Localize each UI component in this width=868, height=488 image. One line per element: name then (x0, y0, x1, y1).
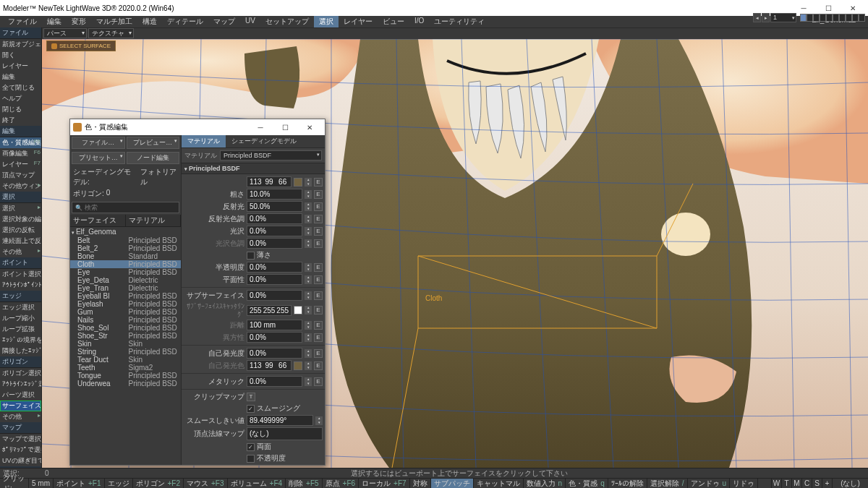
envelope-btn[interactable]: E (314, 321, 323, 330)
sidebar-item-開く[interactable]: 開く (0, 50, 41, 61)
envelope-btn[interactable]: E (314, 202, 323, 211)
vmap-btn-W[interactable]: W (771, 479, 781, 489)
vmap-dropdown[interactable]: (なし) (832, 479, 868, 489)
prop-val-半透明度[interactable]: 0.0% (247, 262, 302, 273)
envelope-btn[interactable]: E (314, 263, 323, 272)
sidebar-item-編集[interactable]: 編集 (0, 72, 41, 82)
menu-I/O[interactable]: I/O (409, 16, 429, 27)
vmap-btn-C[interactable]: C (801, 479, 812, 489)
prop-val-距離[interactable]: 100 mm (247, 320, 302, 330)
surface-item-Eye[interactable]: EyePrincipled BSD (70, 268, 181, 276)
sidebar-item-ポイント選択[interactable]: ポイント選択 (0, 269, 41, 280)
bottom-アンドゥ[interactable]: アンドゥu (688, 479, 731, 488)
surface-item-Tongue[interactable]: TonguePrincipled BSD (70, 372, 181, 380)
bottom-色・質感[interactable]: 色・質感q (566, 479, 608, 488)
material-section-header[interactable]: Principled BSDF (182, 163, 325, 174)
envelope-btn[interactable]: E (314, 275, 323, 284)
prop-val-自己発光度[interactable]: 0.0% (247, 348, 302, 359)
menu-編集[interactable]: 編集 (42, 16, 67, 27)
surface-item-Skin[interactable]: SkinSkin (70, 340, 181, 348)
swatch-ｻﾌﾞｻｰﾌｪｲｽｽｷｬｯﾀﾘﾝｸﾞ[interactable] (294, 306, 302, 314)
sidebar-item-ヘルプ[interactable]: ヘルプ (0, 93, 41, 104)
surface-item-String[interactable]: StringPrincipled BSD (70, 348, 181, 356)
surface-editor-close[interactable]: ✕ (297, 119, 322, 135)
sidebar-item-マップで選択[interactable]: マップで選択 (0, 434, 41, 445)
sidebar-item-エッジ選択[interactable]: エッジ選択 (0, 302, 41, 313)
envelope-btn[interactable]: E (314, 361, 323, 370)
sidebar-item-パーツ選択[interactable]: パーツ選択 (0, 390, 41, 401)
spinner[interactable]: ▴▾ (305, 349, 312, 358)
sidebar-item-選択対象の編集[interactable]: 選択対象の編集 (0, 214, 41, 225)
surface-item-Shoe_Sol[interactable]: Shoe_SolPrincipled BSD (70, 324, 181, 332)
layer-bank-display[interactable]: 1 (770, 13, 796, 22)
spinner[interactable]: ▴▾ (315, 416, 323, 425)
sidebar-item-新規オブジェクト[interactable]: 新規オブジェクト (0, 39, 41, 50)
envelope-btn[interactable]: E (314, 239, 323, 248)
sidebar-item-終了[interactable]: 終了 (0, 115, 41, 126)
prop-btn-クリップマップ[interactable]: T (247, 393, 255, 401)
spinner[interactable]: ▴▾ (305, 333, 312, 342)
prop-val-スムースしきい値[interactable]: 89.499999° (247, 415, 313, 426)
spinner[interactable]: ▴▾ (305, 215, 312, 223)
spinner[interactable]: ▴▾ (305, 361, 312, 370)
prop-val-反射光色調[interactable]: 0.0% (247, 213, 302, 224)
vmap-btn-+[interactable]: + (822, 479, 832, 489)
surface-editor-titlebar[interactable]: 色・質感編集 ─ ☐ ✕ (70, 119, 325, 135)
surface-item-Gum[interactable]: GumPrincipled BSD (70, 308, 181, 316)
swatch-[interactable] (294, 178, 302, 187)
surface-item-Bone[interactable]: BoneStandard (70, 252, 181, 260)
bottom-ポリゴン[interactable]: ポリゴン+F2 (133, 479, 184, 488)
prop-dd-頂点法線マップ[interactable]: (なし) (247, 427, 323, 440)
surface-item-Eyelash[interactable]: EyelashPrincipled BSD (70, 300, 181, 308)
bottom-原点[interactable]: 原点+F6 (323, 479, 359, 488)
menu-レイヤー[interactable]: レイヤー (339, 16, 378, 27)
envelope-btn[interactable]: E (314, 178, 323, 187)
sidebar-item-全て閉じる[interactable]: 全て閉じる (0, 82, 41, 93)
surface-item-Teeth[interactable]: TeethSigma2 (70, 364, 181, 372)
spinner[interactable]: ▴▾ (305, 275, 312, 284)
sidebar-item-色・質感編集[interactable]: 色・質感編集F5 (0, 137, 41, 148)
render-mode-dropdown[interactable]: テクスチャ (88, 28, 134, 38)
surface-item-Cloth[interactable]: ClothPrincipled BSD (70, 260, 181, 268)
surface-editor-window[interactable]: 色・質感編集 ─ ☐ ✕ ファイル… プレビュー… プリセット… ノード編集 シ… (69, 119, 326, 466)
prop-val-光沢[interactable]: 0.0% (247, 226, 302, 236)
bottom-サブパッチ[interactable]: サブパッチ (431, 479, 474, 488)
sidebar-item-頂点マップ[interactable]: 頂点マップ (0, 170, 41, 181)
spinner[interactable]: ▴▾ (305, 190, 312, 199)
sidebar-item-ｱｳﾄﾗｲﾝﾎﾟｲﾝﾄ選択[interactable]: ｱｳﾄﾗｲﾝﾎﾟｲﾝﾄ選択 (0, 280, 41, 291)
envelope-btn[interactable]: E (314, 215, 323, 223)
bottom-削除[interactable]: 削除+F5 (286, 479, 323, 488)
sidebar-item-閉じる[interactable]: 閉じる (0, 104, 41, 115)
bottom-ポイント[interactable]: ポイント+F1 (54, 479, 105, 488)
spinner[interactable]: ▴▾ (305, 263, 312, 272)
surface-item-Belt[interactable]: BeltPrincipled BSD (70, 236, 181, 244)
bottom-ﾂｰﾙの解除[interactable]: ﾂｰﾙの解除 (608, 479, 647, 488)
sidebar-item-UVの継ぎ目で選択[interactable]: UVの継ぎ目で選択 (0, 455, 41, 466)
sidebar-item-選択[interactable]: 選択▸ (0, 203, 41, 214)
prop-val-サブサーフェイス[interactable]: 0.0% (247, 290, 302, 301)
prop-val-ｻﾌﾞｻｰﾌｪｲｽｽｷｬｯﾀﾘﾝｸﾞ[interactable]: 255255255 (247, 305, 292, 316)
sidebar-item-レイヤー[interactable]: レイヤーF7 (0, 159, 41, 170)
prop-val-反射光[interactable]: 50.0% (247, 201, 302, 212)
sidebar-item-画像編集[interactable]: 画像編集F6 (0, 148, 41, 159)
layer-prev-button[interactable]: ◂ (753, 13, 761, 22)
sidebar-item-ｱｳﾄﾗｲﾝｴｯｼﾞ選択[interactable]: ｱｳﾄﾗｲﾝｴｯｼﾞ選択 (0, 379, 41, 390)
prop-val-異方性[interactable]: 0.0% (247, 332, 302, 343)
sidebar-item-ｴｯｼﾞの境界を選択[interactable]: ｴｯｼﾞの境界を選択 (0, 335, 41, 346)
surface-item-Nails[interactable]: NailsPrincipled BSD (70, 316, 181, 324)
surface-item-Underwea[interactable]: UnderweaPrincipled BSD (70, 380, 181, 388)
menu-ユーティリティ[interactable]: ユーティリティ (429, 16, 490, 27)
vmap-btn-S[interactable]: S (812, 479, 822, 489)
prop-val-[interactable]: 1139966 (247, 176, 292, 187)
sidebar-item-隣接したｴｯｼﾞを選択[interactable]: 隣接したｴｯｼﾞを選択 (0, 346, 41, 356)
sidebar-item-ﾎﾟﾘﾏｯﾌﾟで選択[interactable]: ﾎﾟﾘﾏｯﾌﾟで選択 (0, 445, 41, 455)
envelope-btn[interactable]: E (314, 333, 323, 342)
surface-tree[interactable]: Elf_GenomaBeltPrincipled BSDBelt_2Princi… (70, 227, 181, 465)
sidebar-item-ポリゴン選択[interactable]: ポリゴン選択 (0, 368, 41, 379)
material-dropdown[interactable]: Principled BSDF (220, 150, 322, 160)
menu-構造[interactable]: 構造 (137, 16, 162, 27)
grid-value[interactable]: 5 mm (29, 479, 54, 488)
sidebar-item-その他[interactable]: その他▸ (0, 247, 41, 257)
menu-ディテール[interactable]: ディテール (162, 16, 208, 27)
surface-editor-maximize[interactable]: ☐ (273, 119, 297, 135)
